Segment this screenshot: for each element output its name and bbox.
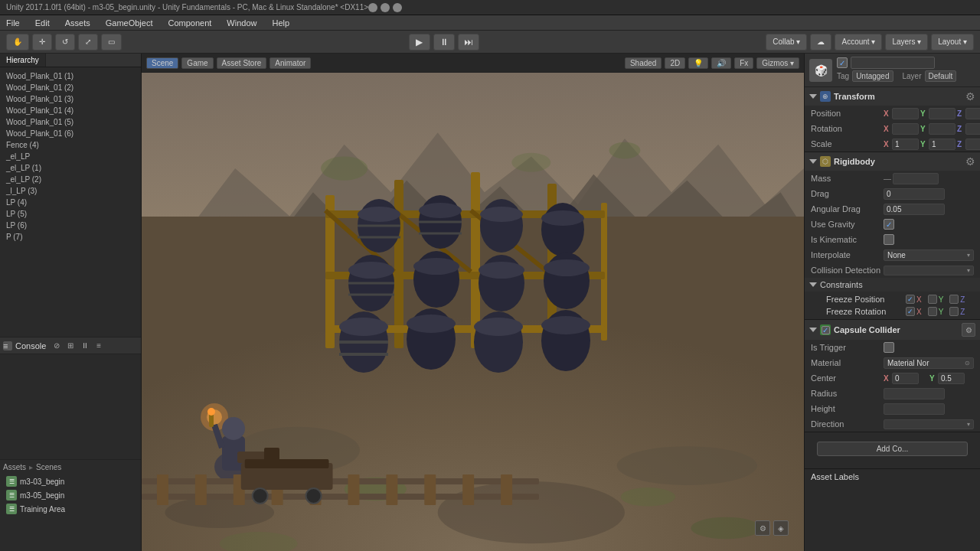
rect-tool-button[interactable]: ▭ [101, 34, 122, 51]
freeze-rot-x-checkbox[interactable] [906, 307, 915, 316]
hierarchy-item[interactable]: Wood_Plank_01 (6) [0, 128, 141, 139]
rigidbody-settings-button[interactable]: ⚙ [965, 155, 975, 168]
add-component-button[interactable]: Add Co... [817, 442, 968, 456]
menu-file[interactable]: File [3, 18, 23, 28]
angular-drag-input[interactable]: 0.05 [884, 204, 945, 215]
collision-detection-dropdown[interactable]: ▾ [884, 266, 974, 276]
tag-dropdown[interactable]: Untagged [852, 70, 893, 82]
layers-button[interactable]: Layers ▾ [885, 34, 928, 51]
gizmo-icon-2[interactable]: ◈ [773, 520, 789, 536]
account-button[interactable]: Account ▾ [835, 34, 882, 51]
hierarchy-item[interactable]: P (7) [0, 231, 141, 243]
step-button[interactable]: ⏭ [458, 34, 479, 51]
radius-input[interactable] [884, 388, 945, 399]
pause-button[interactable]: ⏸ [433, 34, 455, 51]
view-shaded-button[interactable]: Shaded [625, 57, 662, 69]
scene-file-training[interactable]: ☰ Training Area [3, 502, 138, 516]
rigidbody-header[interactable]: ⬡ Rigidbody ⚙ [805, 152, 980, 171]
menu-component[interactable]: Component [165, 18, 214, 28]
move-tool-button[interactable]: ✛ [32, 34, 52, 51]
freeze-pos-z-checkbox[interactable] [949, 295, 959, 304]
gizmo-icon-1[interactable]: ⚙ [755, 520, 770, 536]
hierarchy-item[interactable]: Wood_Plank_01 (2) [0, 82, 141, 93]
hierarchy-item[interactable]: Fence (4) [0, 139, 141, 151]
material-dropdown[interactable]: Material Nor ⊙ [884, 357, 974, 369]
rotation-z-input[interactable] [965, 123, 980, 135]
hierarchy-item[interactable]: Wood_Plank_01 (3) [0, 93, 141, 105]
height-input[interactable] [884, 403, 945, 415]
view-gizmos-button[interactable]: Gizmos ▾ [756, 57, 799, 69]
freeze-rot-z-checkbox[interactable] [949, 307, 959, 316]
freeze-pos-y-checkbox[interactable] [928, 295, 937, 304]
scale-z-input[interactable] [965, 139, 980, 150]
hierarchy-item[interactable]: Wood_Plank_01 (4) [0, 105, 141, 116]
capsule-collider-settings-button[interactable]: ⚙ [962, 323, 975, 337]
drag-input[interactable]: 0 [884, 188, 945, 200]
is-kinematic-checkbox[interactable] [884, 234, 894, 245]
scene-file-m303[interactable]: ☰ m3-03_begin [3, 474, 138, 488]
hierarchy-item[interactable]: LP (6) [0, 220, 141, 231]
hierarchy-item[interactable]: _el_LP (1) [0, 162, 141, 174]
transform-collapse-arrow[interactable] [809, 94, 817, 99]
maximize-button[interactable] [381, 3, 390, 12]
rotation-y-input[interactable] [929, 123, 956, 135]
collab-button[interactable]: Collab ▾ [766, 34, 807, 51]
position-x-input[interactable] [892, 108, 919, 119]
console-clear-button[interactable]: ⊘ [51, 341, 63, 350]
object-name-input[interactable] [851, 57, 935, 69]
scale-y-input[interactable]: 1 [929, 139, 956, 150]
scale-tool-button[interactable]: ⤢ [78, 34, 98, 51]
close-button[interactable] [393, 3, 402, 12]
is-trigger-checkbox[interactable] [884, 342, 894, 353]
center-x-input[interactable]: 0 [892, 373, 919, 384]
menu-gameobject[interactable]: GameObject [103, 18, 156, 28]
window-controls[interactable] [368, 3, 402, 12]
hierarchy-item[interactable]: _l_LP (3) [0, 185, 141, 197]
constraints-arrow[interactable] [809, 282, 817, 287]
cloud-button[interactable]: ☁ [810, 34, 831, 51]
scene-file-m305[interactable]: ☰ m3-05_begin [3, 488, 138, 502]
transform-header[interactable]: ⊕ Transform ⚙ [805, 87, 980, 106]
layer-dropdown[interactable]: Default [925, 70, 957, 82]
rigidbody-collapse-arrow[interactable] [809, 159, 817, 164]
hierarchy-item[interactable]: _el_LP (2) [0, 174, 141, 185]
breadcrumb-scenes[interactable]: Scenes [36, 463, 61, 471]
viewport-tab-animator[interactable]: Animator [270, 57, 311, 69]
hierarchy-item[interactable]: LP (4) [0, 197, 141, 208]
capsule-enable-checkbox[interactable] [822, 326, 830, 334]
center-y-input[interactable]: 0.5 [938, 373, 965, 384]
transform-settings-button[interactable]: ⚙ [965, 90, 975, 103]
mass-input[interactable] [893, 173, 939, 184]
direction-dropdown[interactable]: ▾ [884, 419, 974, 429]
hierarchy-item[interactable]: Wood_Plank_01 (1) [0, 70, 141, 82]
hierarchy-tab[interactable]: Hierarchy [0, 54, 46, 67]
viewport-tab-assetstore[interactable]: Asset Store [217, 57, 267, 69]
menu-help[interactable]: Help [269, 18, 292, 28]
breadcrumb-assets[interactable]: Assets [3, 463, 26, 471]
console-more-button[interactable]: ≡ [93, 341, 104, 350]
scene-render-area[interactable]: ⚙ ◈ [142, 73, 804, 551]
console-pause-button[interactable]: ⏸ [78, 341, 92, 350]
freeze-pos-x-checkbox[interactable] [906, 295, 915, 304]
viewport-tab-scene[interactable]: Scene [146, 57, 178, 69]
rotation-x-input[interactable] [892, 123, 919, 135]
hierarchy-item[interactable]: LP (5) [0, 208, 141, 220]
view-fx-button[interactable]: Fx [734, 57, 753, 69]
interpolate-dropdown[interactable]: None ▾ [884, 249, 974, 261]
hierarchy-item[interactable]: Wood_Plank_01 (5) [0, 116, 141, 128]
view-light-button[interactable]: 💡 [688, 57, 708, 69]
layout-button[interactable]: Layout ▾ [931, 34, 974, 51]
hand-tool-button[interactable]: ✋ [6, 34, 29, 51]
play-button[interactable]: ▶ [409, 34, 430, 51]
hierarchy-item[interactable]: _el_LP [0, 151, 141, 162]
constraints-header[interactable]: Constraints [805, 278, 980, 292]
view-audio-button[interactable]: 🔊 [711, 57, 731, 69]
view-2d-button[interactable]: 2D [665, 57, 685, 69]
menu-edit[interactable]: Edit [32, 18, 53, 28]
capsule-collider-arrow[interactable] [809, 328, 817, 332]
menu-window[interactable]: Window [224, 18, 260, 28]
use-gravity-checkbox[interactable] [884, 219, 894, 230]
position-z-input[interactable] [965, 108, 980, 119]
minimize-button[interactable] [368, 3, 377, 12]
capsule-collider-enable[interactable] [820, 324, 831, 335]
